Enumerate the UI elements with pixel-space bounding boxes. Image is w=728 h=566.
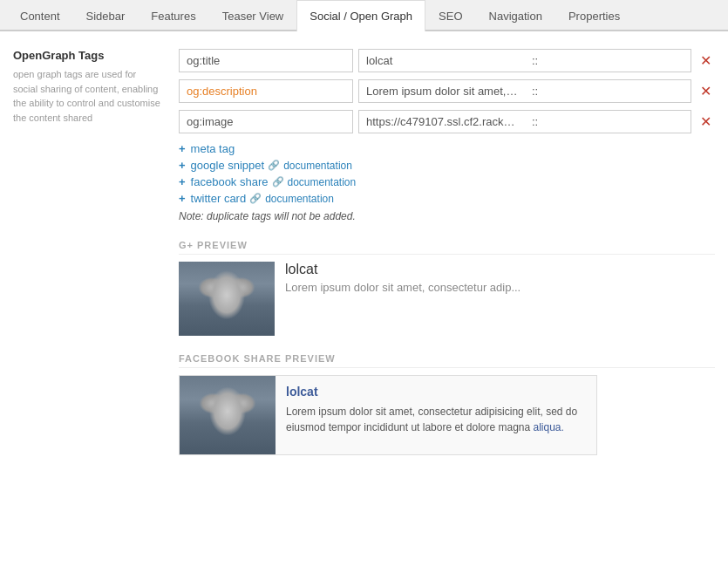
plus-icon-google: + (179, 159, 186, 172)
tab-navigation[interactable]: Navigation (476, 0, 555, 31)
right-panel: og:title lolcat :: ✕ og:description Lore… (179, 49, 715, 455)
facebook-image (180, 376, 276, 454)
tag-value-wrapper-image: https://c479107.ssl.cf2.rackcdn.com/file… (358, 110, 691, 133)
tab-social-open-graph[interactable]: Social / Open Graph (296, 0, 425, 31)
resize-handle-img[interactable]: :: (525, 111, 691, 133)
tab-teaser-view[interactable]: Teaser View (209, 0, 297, 31)
tag-row-title: og:title lolcat :: ✕ (179, 49, 715, 72)
add-twitter-card-label[interactable]: twitter card (191, 192, 247, 205)
left-panel: OpenGraph Tags open graph tags are used … (13, 49, 161, 455)
doc-link-facebook[interactable]: documentation (288, 176, 357, 188)
tag-value-title[interactable]: lolcat (359, 50, 525, 72)
resize-handle-desc[interactable]: :: (525, 80, 691, 102)
facebook-text-block: lolcat Lorem ipsum dolor sit amet, conse… (276, 376, 596, 454)
gplus-image (179, 262, 275, 336)
duplicate-note: Note: duplicate tags will not be added. (179, 210, 715, 222)
delete-button-title[interactable]: ✕ (697, 52, 715, 69)
add-facebook-share-label[interactable]: facebook share (191, 175, 269, 188)
tag-value-wrapper-description: Lorem ipsum dolor sit amet, consectetur.… (358, 79, 691, 103)
tag-value-wrapper-title: lolcat :: (358, 49, 691, 72)
chain-icon-google: 🔗 (268, 160, 280, 171)
section-title: OpenGraph Tags (13, 49, 161, 62)
tag-row-image: og:image https://c479107.ssl.cf2.rackcdn… (179, 110, 715, 133)
tab-properties[interactable]: Properties (555, 0, 633, 31)
add-google-snippet[interactable]: + google snippet 🔗 documentation (179, 159, 715, 172)
tab-content[interactable]: Content (7, 0, 73, 31)
delete-button-image[interactable]: ✕ (697, 113, 715, 130)
facebook-preview-label: FACEBOOK SHARE PREVIEW (179, 353, 715, 368)
tag-key-title[interactable]: og:title (179, 49, 353, 72)
plus-icon-twitter: + (179, 192, 186, 205)
doc-link-google[interactable]: documentation (283, 160, 352, 172)
facebook-title: lolcat (286, 385, 586, 399)
add-meta-tag-label[interactable]: meta tag (191, 142, 235, 155)
tag-row-description: og:description Lorem ipsum dolor sit ame… (179, 79, 715, 103)
add-twitter-card[interactable]: + twitter card 🔗 documentation (179, 192, 715, 205)
tag-key-image[interactable]: og:image (179, 110, 353, 133)
add-meta-tag[interactable]: + meta tag (179, 142, 715, 155)
resize-handle[interactable]: :: (525, 50, 691, 72)
gplus-text-block: lolcat Lorem ipsum dolor sit amet, conse… (285, 262, 715, 294)
section-description: open graph tags are used for social shar… (13, 67, 161, 125)
tag-value-description[interactable]: Lorem ipsum dolor sit amet, consectetur.… (359, 80, 525, 102)
tabs-bar: Content Sidebar Features Teaser View Soc… (0, 0, 728, 31)
gplus-description: Lorem ipsum dolor sit amet, consectetur … (285, 281, 715, 294)
doc-link-twitter[interactable]: documentation (265, 193, 334, 205)
facebook-preview: lolcat Lorem ipsum dolor sit amet, conse… (179, 375, 597, 455)
gplus-preview: lolcat Lorem ipsum dolor sit amet, conse… (179, 262, 715, 336)
add-google-snippet-label[interactable]: google snippet (191, 159, 265, 172)
cat-image-gplus (179, 262, 275, 336)
tab-features[interactable]: Features (138, 0, 208, 31)
plus-icon-meta: + (179, 142, 186, 155)
add-facebook-share[interactable]: + facebook share 🔗 documentation (179, 175, 715, 188)
facebook-description: Lorem ipsum dolor sit amet, consectetur … (286, 404, 586, 435)
delete-button-description[interactable]: ✕ (697, 83, 715, 99)
tag-value-image[interactable]: https://c479107.ssl.cf2.rackcdn.com/file… (359, 111, 525, 133)
chain-icon-facebook: 🔗 (272, 176, 284, 188)
chain-icon-twitter: 🔗 (249, 193, 262, 204)
facebook-desc-link[interactable]: aliqua. (534, 421, 564, 433)
tag-key-description[interactable]: og:description (179, 79, 353, 103)
gplus-title: lolcat (285, 262, 715, 277)
plus-icon-facebook: + (179, 175, 186, 188)
gplus-preview-label: G+ PREVIEW (179, 240, 715, 255)
actions-list: + meta tag + google snippet 🔗 documentat… (179, 142, 715, 222)
tab-seo[interactable]: SEO (425, 0, 475, 31)
cat-image-fb (180, 376, 276, 454)
tab-sidebar[interactable]: Sidebar (73, 0, 139, 31)
